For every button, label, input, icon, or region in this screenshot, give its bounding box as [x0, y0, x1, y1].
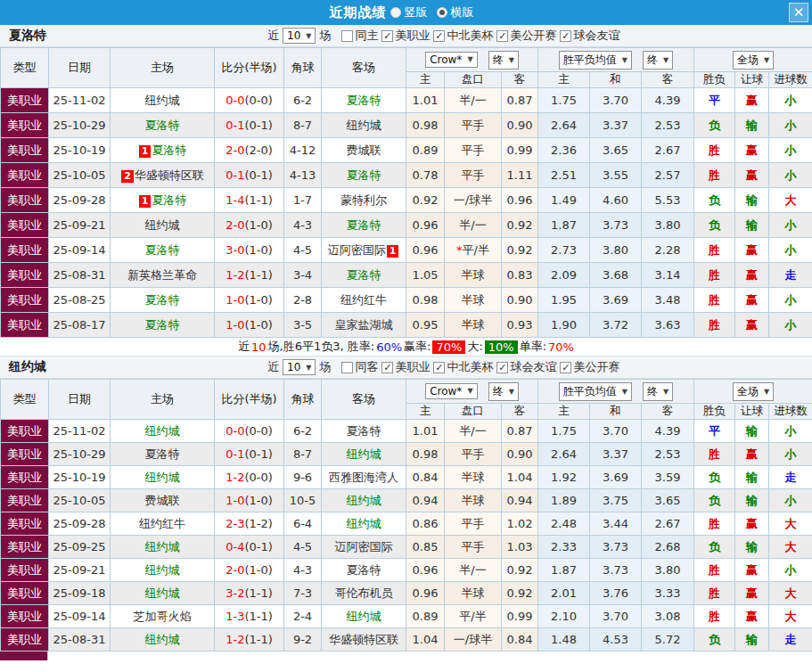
summary-segment: 单率:: [520, 339, 546, 355]
close-button[interactable]: ✕: [789, 3, 808, 22]
view-mode-radio[interactable]: 竖版: [390, 4, 428, 20]
odds-time-select[interactable]: 终 ▼: [488, 382, 519, 401]
fulltime-score: 1-0: [226, 494, 244, 507]
odds-time-select[interactable]: 终 ▼: [488, 51, 519, 70]
chevron-down-icon: ▼: [467, 55, 472, 63]
team-label: 纽约城: [347, 610, 381, 623]
league-checkbox[interactable]: ✓球会友谊: [560, 28, 619, 44]
subcol: 客: [502, 72, 538, 88]
table-row: 美职业25-09-14芝加哥火焰1-3(1-1)2-4纽约城0.89平/半0.9…: [1, 605, 812, 628]
cell-avg-win: 1.90: [538, 313, 590, 338]
cell-odds-handicap: 平/半: [445, 605, 502, 628]
odds-company-select[interactable]: Crow* ▼: [425, 52, 477, 68]
league-checkbox[interactable]: ✓美职业: [381, 28, 430, 44]
games-label: 场: [319, 28, 331, 44]
match-count-select[interactable]: 10 ▼: [283, 359, 316, 375]
team-label: 纽约红牛: [139, 517, 185, 530]
same-venue-checkbox[interactable]: ✓同客: [341, 359, 378, 375]
avg-select[interactable]: 胜平负均值 ▼: [559, 51, 632, 70]
same-venue-checkbox[interactable]: ✓同主: [341, 28, 378, 44]
halftime-score: (1-1): [244, 193, 272, 207]
scope-select[interactable]: 全场 ▼: [733, 51, 774, 70]
avg-time-select[interactable]: 终 ▼: [643, 51, 673, 70]
cell-result-outcome: 平: [694, 88, 735, 113]
cell-odds-handicap: 半/一: [445, 213, 502, 238]
league-checkbox[interactable]: ✓中北美杯: [433, 28, 493, 44]
cell-result-outcome: 胜: [694, 605, 735, 628]
league-checkbox[interactable]: ✓美职业: [381, 359, 430, 375]
scope-select[interactable]: 全场 ▼: [733, 382, 774, 401]
cell-avg-draw: 3.37: [590, 443, 642, 466]
cell-avg-win: 2.64: [538, 113, 590, 138]
subcol: 胜负: [694, 72, 735, 88]
cell-result-outcome: 负: [694, 113, 735, 138]
checkbox-label: 同主: [355, 28, 378, 44]
cell-odds-handicap: 一/球半: [445, 628, 502, 652]
cell-result-outcome: 胜: [694, 559, 735, 582]
team-section: 夏洛特 近 10 ▼ 场 ✓同主✓美职业✓中北美杯✓美公开赛✓球会友谊: [0, 25, 812, 356]
cell-away-team: 皇家盐湖城: [322, 313, 406, 338]
league-checkbox[interactable]: ✓美公开赛: [496, 28, 556, 44]
checkbox-label: 美公开赛: [573, 359, 619, 375]
cell-home-team: 新英格兰革命: [111, 263, 215, 288]
cell-date: 25-10-05: [49, 163, 111, 188]
cell-result-goals: 走: [769, 263, 812, 288]
cell-result-outcome: 胜: [694, 512, 735, 536]
table-row: 美职业25-11-02纽约城0-0(0-0)6-2夏洛特1.01半/一0.871…: [1, 420, 812, 443]
cell-date: 25-09-14: [49, 238, 111, 263]
team-section: 纽约城 近 10 ▼ 场 ✓同客✓美职业✓中北美杯✓球会友谊✓美公开赛: [0, 356, 812, 660]
cell-result-outcome: 负: [694, 628, 735, 652]
view-mode-radio[interactable]: 横版: [437, 4, 474, 20]
fulltime-score: 3-2: [226, 586, 244, 600]
odds-company-select[interactable]: Crow* ▼: [425, 383, 477, 399]
cell-result-handicap: 输: [735, 188, 769, 213]
team-label: 夏洛特: [347, 218, 381, 232]
team-label: 夏洛特: [347, 168, 381, 182]
cell-odds-away: 0.93: [502, 313, 538, 338]
cell-result-handicap: 输: [735, 420, 769, 443]
cell-result-outcome: 负: [694, 536, 735, 559]
cell-league-type: 美职业: [1, 138, 49, 163]
odds-time-value: 终: [493, 384, 504, 399]
cell-avg-draw: 3.76: [590, 582, 642, 605]
cell-result-goals: 小: [769, 113, 812, 138]
avg-select[interactable]: 胜平负均值 ▼: [559, 382, 632, 401]
cell-home-team: 纽约城: [111, 466, 215, 489]
cell-league-type: 美职业: [1, 288, 49, 313]
match-count-select[interactable]: 10 ▼: [283, 28, 316, 44]
avg-time-select[interactable]: 终 ▼: [643, 382, 673, 401]
league-checkbox[interactable]: ✓球会友谊: [496, 359, 556, 375]
match-count-value: 10: [287, 29, 300, 42]
team-label: 纽约城: [145, 94, 180, 107]
cell-result-goals: 大: [769, 188, 812, 213]
cell-result-goals: 小: [769, 238, 812, 263]
cell-result-goals: 小: [769, 288, 812, 313]
cell-avg-win: 1.92: [538, 466, 590, 489]
cell-result-goals: 小: [769, 138, 812, 163]
odds-group-header: Crow* ▼ 终 ▼: [406, 48, 538, 72]
team-label: 夏洛特: [145, 243, 180, 257]
odds-company-value: Crow*: [430, 53, 462, 66]
cell-corners: 8-7: [284, 113, 322, 138]
col-home: 主场: [111, 48, 215, 88]
asterisk-marker: *: [456, 243, 463, 257]
cell-score: 1-4(1-1): [215, 188, 284, 213]
cell-avg-win: 1.89: [538, 489, 590, 512]
league-checkbox[interactable]: ✓中北美杯: [433, 359, 493, 375]
col-score: 比分(半场): [215, 380, 284, 420]
cell-odds-home: 0.95: [406, 313, 445, 338]
cell-result-goals: 大: [769, 536, 812, 559]
halftime-score: (1-0): [244, 494, 272, 507]
checkbox-icon: ✓: [496, 362, 508, 373]
cell-odds-home: 0.84: [406, 466, 445, 489]
chevron-down-icon: ▼: [467, 387, 472, 395]
subcol: 盘口: [445, 404, 502, 420]
radio-icon: [437, 7, 447, 18]
cell-odds-home: 0.92: [406, 188, 445, 213]
subcol: 主: [406, 404, 445, 420]
cell-date: 25-09-28: [49, 512, 111, 536]
league-checkbox[interactable]: ✓美公开赛: [560, 359, 619, 375]
halftime-score: (1-0): [244, 218, 272, 232]
cell-away-team: 纽约城: [322, 512, 406, 536]
cell-result-goals: 小: [769, 420, 812, 443]
